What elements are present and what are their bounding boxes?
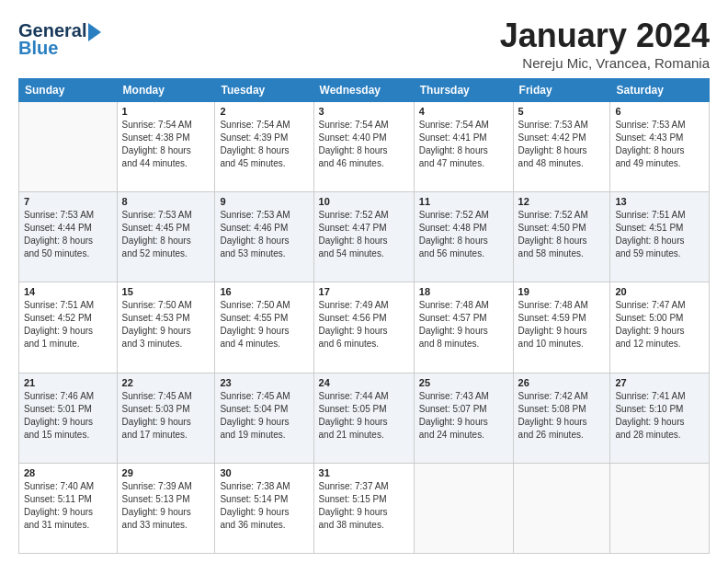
day-info: Sunrise: 7:53 AMSunset: 4:45 PMDaylight:…: [122, 209, 210, 260]
day-info: Sunrise: 7:54 AMSunset: 4:39 PMDaylight:…: [220, 119, 308, 170]
table-row: 13Sunrise: 7:51 AMSunset: 4:51 PMDayligh…: [610, 192, 710, 282]
col-sunday: Sunday: [19, 79, 118, 102]
table-row: 21Sunrise: 7:46 AMSunset: 5:01 PMDayligh…: [19, 373, 118, 463]
table-row: 5Sunrise: 7:53 AMSunset: 4:42 PMDaylight…: [513, 102, 610, 192]
day-info: Sunrise: 7:50 AMSunset: 4:53 PMDaylight:…: [122, 299, 210, 350]
table-row: 10Sunrise: 7:52 AMSunset: 4:47 PMDayligh…: [313, 192, 414, 282]
day-number: 1: [122, 106, 210, 117]
day-info: Sunrise: 7:48 AMSunset: 4:59 PMDaylight:…: [518, 299, 606, 350]
day-number: 30: [220, 467, 308, 478]
day-info: Sunrise: 7:54 AMSunset: 4:38 PMDaylight:…: [122, 119, 210, 170]
day-number: 14: [24, 286, 112, 297]
day-number: 25: [419, 377, 508, 388]
table-row: 28Sunrise: 7:40 AMSunset: 5:11 PMDayligh…: [19, 463, 118, 553]
col-monday: Monday: [117, 79, 215, 102]
day-number: 11: [419, 196, 508, 207]
day-number: 9: [220, 196, 308, 207]
table-row: 20Sunrise: 7:47 AMSunset: 5:00 PMDayligh…: [610, 282, 710, 373]
day-number: 21: [24, 377, 112, 388]
table-row: 26Sunrise: 7:42 AMSunset: 5:08 PMDayligh…: [513, 373, 610, 463]
table-row: 8Sunrise: 7:53 AMSunset: 4:45 PMDaylight…: [117, 192, 215, 282]
day-number: 8: [122, 196, 210, 207]
table-row: 6Sunrise: 7:53 AMSunset: 4:43 PMDaylight…: [610, 102, 710, 192]
table-row: 18Sunrise: 7:48 AMSunset: 4:57 PMDayligh…: [414, 282, 513, 373]
col-tuesday: Tuesday: [215, 79, 313, 102]
day-info: Sunrise: 7:37 AMSunset: 5:15 PMDaylight:…: [319, 480, 409, 532]
day-info: Sunrise: 7:45 AMSunset: 5:03 PMDaylight:…: [122, 390, 210, 442]
table-row: 12Sunrise: 7:52 AMSunset: 4:50 PMDayligh…: [513, 192, 610, 282]
day-info: Sunrise: 7:43 AMSunset: 5:07 PMDaylight:…: [419, 390, 508, 442]
table-row: 15Sunrise: 7:50 AMSunset: 4:53 PMDayligh…: [117, 282, 215, 373]
day-number: 20: [615, 286, 704, 297]
table-row: [513, 463, 610, 553]
day-number: 3: [319, 106, 409, 117]
calendar-header-row: Sunday Monday Tuesday Wednesday Thursday…: [19, 79, 710, 102]
week-row-1: 7Sunrise: 7:53 AMSunset: 4:44 PMDaylight…: [19, 192, 710, 282]
table-row: 31Sunrise: 7:37 AMSunset: 5:15 PMDayligh…: [313, 463, 414, 553]
day-number: 26: [518, 377, 606, 388]
day-number: 5: [518, 106, 606, 117]
day-number: 27: [615, 377, 704, 388]
day-info: Sunrise: 7:53 AMSunset: 4:43 PMDaylight:…: [615, 119, 704, 170]
col-friday: Friday: [513, 79, 610, 102]
table-row: 25Sunrise: 7:43 AMSunset: 5:07 PMDayligh…: [414, 373, 513, 463]
day-info: Sunrise: 7:41 AMSunset: 5:10 PMDaylight:…: [615, 390, 704, 442]
day-info: Sunrise: 7:46 AMSunset: 5:01 PMDaylight:…: [24, 390, 112, 442]
logo: General Blue: [18, 20, 101, 59]
calendar: Sunday Monday Tuesday Wednesday Thursday…: [18, 78, 710, 554]
table-row: 7Sunrise: 7:53 AMSunset: 4:44 PMDaylight…: [19, 192, 118, 282]
day-number: 7: [24, 196, 112, 207]
day-info: Sunrise: 7:42 AMSunset: 5:08 PMDaylight:…: [518, 390, 606, 442]
table-row: [414, 463, 513, 553]
logo-blue: Blue: [18, 38, 58, 59]
day-info: Sunrise: 7:48 AMSunset: 4:57 PMDaylight:…: [419, 299, 508, 350]
title-section: January 2024 Nereju Mic, Vrancea, Romani…: [500, 17, 710, 71]
table-row: 22Sunrise: 7:45 AMSunset: 5:03 PMDayligh…: [117, 373, 215, 463]
day-info: Sunrise: 7:52 AMSunset: 4:50 PMDaylight:…: [518, 209, 606, 260]
table-row: 23Sunrise: 7:45 AMSunset: 5:04 PMDayligh…: [215, 373, 313, 463]
week-row-0: 1Sunrise: 7:54 AMSunset: 4:38 PMDaylight…: [19, 102, 710, 192]
table-row: 30Sunrise: 7:38 AMSunset: 5:14 PMDayligh…: [215, 463, 313, 553]
day-info: Sunrise: 7:44 AMSunset: 5:05 PMDaylight:…: [319, 390, 409, 442]
col-thursday: Thursday: [414, 79, 513, 102]
location: Nereju Mic, Vrancea, Romania: [500, 55, 710, 71]
week-row-4: 28Sunrise: 7:40 AMSunset: 5:11 PMDayligh…: [19, 463, 710, 553]
day-info: Sunrise: 7:47 AMSunset: 5:00 PMDaylight:…: [615, 299, 704, 350]
day-info: Sunrise: 7:49 AMSunset: 4:56 PMDaylight:…: [319, 299, 409, 350]
col-saturday: Saturday: [610, 79, 710, 102]
table-row: 4Sunrise: 7:54 AMSunset: 4:41 PMDaylight…: [414, 102, 513, 192]
day-info: Sunrise: 7:53 AMSunset: 4:42 PMDaylight:…: [518, 119, 606, 170]
day-info: Sunrise: 7:53 AMSunset: 4:44 PMDaylight:…: [24, 209, 112, 260]
week-row-2: 14Sunrise: 7:51 AMSunset: 4:52 PMDayligh…: [19, 282, 710, 373]
table-row: [610, 463, 710, 553]
table-row: 17Sunrise: 7:49 AMSunset: 4:56 PMDayligh…: [313, 282, 414, 373]
day-number: 16: [220, 286, 308, 297]
day-number: 12: [518, 196, 606, 207]
table-row: 14Sunrise: 7:51 AMSunset: 4:52 PMDayligh…: [19, 282, 118, 373]
day-info: Sunrise: 7:53 AMSunset: 4:46 PMDaylight:…: [220, 209, 308, 260]
day-info: Sunrise: 7:51 AMSunset: 4:52 PMDaylight:…: [24, 299, 112, 350]
day-info: Sunrise: 7:45 AMSunset: 5:04 PMDaylight:…: [220, 390, 308, 442]
day-info: Sunrise: 7:52 AMSunset: 4:48 PMDaylight:…: [419, 209, 508, 260]
day-number: 4: [419, 106, 508, 117]
table-row: 11Sunrise: 7:52 AMSunset: 4:48 PMDayligh…: [414, 192, 513, 282]
day-number: 19: [518, 286, 606, 297]
day-number: 23: [220, 377, 308, 388]
table-row: 24Sunrise: 7:44 AMSunset: 5:05 PMDayligh…: [313, 373, 414, 463]
page: General Blue January 2024 Nereju Mic, Vr…: [0, 0, 728, 563]
day-number: 22: [122, 377, 210, 388]
table-row: 9Sunrise: 7:53 AMSunset: 4:46 PMDaylight…: [215, 192, 313, 282]
day-number: 2: [220, 106, 308, 117]
day-info: Sunrise: 7:38 AMSunset: 5:14 PMDaylight:…: [220, 480, 308, 532]
table-row: 1Sunrise: 7:54 AMSunset: 4:38 PMDaylight…: [117, 102, 215, 192]
table-row: 19Sunrise: 7:48 AMSunset: 4:59 PMDayligh…: [513, 282, 610, 373]
day-number: 17: [319, 286, 409, 297]
day-info: Sunrise: 7:40 AMSunset: 5:11 PMDaylight:…: [24, 480, 112, 532]
table-row: 16Sunrise: 7:50 AMSunset: 4:55 PMDayligh…: [215, 282, 313, 373]
table-row: [19, 102, 118, 192]
table-row: 29Sunrise: 7:39 AMSunset: 5:13 PMDayligh…: [117, 463, 215, 553]
day-number: 28: [24, 467, 112, 478]
table-row: 3Sunrise: 7:54 AMSunset: 4:40 PMDaylight…: [313, 102, 414, 192]
logo-arrow-icon: [88, 23, 101, 41]
day-info: Sunrise: 7:51 AMSunset: 4:51 PMDaylight:…: [615, 209, 704, 260]
